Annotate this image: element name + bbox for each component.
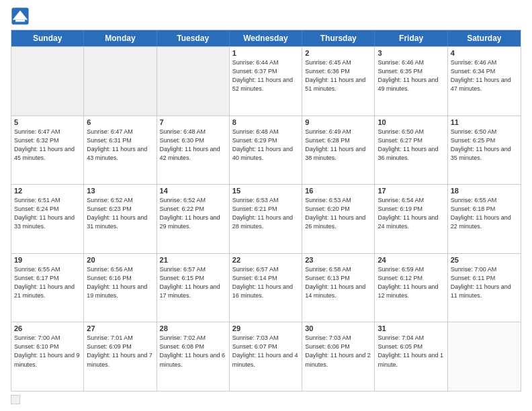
day-info: Sunrise: 6:57 AMSunset: 6:14 PMDaylight:… xyxy=(232,265,299,300)
cal-cell-day-21: 21Sunrise: 6:57 AMSunset: 6:15 PMDayligh… xyxy=(157,254,230,322)
cal-cell-day-7: 7Sunrise: 6:48 AMSunset: 6:30 PMDaylight… xyxy=(157,116,230,185)
day-info: Sunrise: 6:50 AMSunset: 6:25 PMDaylight:… xyxy=(451,128,518,163)
day-number: 1 xyxy=(232,49,299,57)
cal-cell-day-11: 11Sunrise: 6:50 AMSunset: 6:25 PMDayligh… xyxy=(448,116,521,185)
cal-week-4: 19Sunrise: 6:55 AMSunset: 6:17 PMDayligh… xyxy=(11,253,521,322)
day-number: 3 xyxy=(378,49,444,57)
cal-header-cell-thursday: Thursday xyxy=(302,30,375,46)
day-info: Sunrise: 6:52 AMSunset: 6:23 PMDaylight:… xyxy=(87,196,153,231)
day-info: Sunrise: 6:55 AMSunset: 6:17 PMDaylight:… xyxy=(14,265,81,300)
day-info: Sunrise: 6:45 AMSunset: 6:36 PMDaylight:… xyxy=(305,58,371,93)
day-number: 8 xyxy=(232,118,299,126)
day-number: 26 xyxy=(14,324,81,332)
cal-cell-day-4: 4Sunrise: 6:46 AMSunset: 6:34 PMDaylight… xyxy=(448,47,521,116)
day-number: 11 xyxy=(451,118,518,126)
day-number: 2 xyxy=(305,49,371,57)
cal-cell-empty xyxy=(84,47,157,116)
day-number: 6 xyxy=(87,118,153,126)
logo-icon xyxy=(11,7,30,26)
cal-cell-day-27: 27Sunrise: 7:01 AMSunset: 6:09 PMDayligh… xyxy=(84,322,157,391)
page: SundayMondayTuesdayWednesdayThursdayFrid… xyxy=(0,0,532,411)
day-number: 25 xyxy=(451,256,518,264)
day-info: Sunrise: 6:47 AMSunset: 6:31 PMDaylight:… xyxy=(87,128,153,163)
cal-cell-day-16: 16Sunrise: 6:53 AMSunset: 6:20 PMDayligh… xyxy=(302,185,375,253)
day-info: Sunrise: 7:00 AMSunset: 6:11 PMDaylight:… xyxy=(451,265,518,300)
day-info: Sunrise: 6:53 AMSunset: 6:20 PMDaylight:… xyxy=(305,196,371,231)
cal-cell-day-13: 13Sunrise: 6:52 AMSunset: 6:23 PMDayligh… xyxy=(84,185,157,253)
cal-cell-day-24: 24Sunrise: 6:59 AMSunset: 6:12 PMDayligh… xyxy=(375,254,447,322)
calendar: SundayMondayTuesdayWednesdayThursdayFrid… xyxy=(11,30,521,392)
day-info: Sunrise: 6:48 AMSunset: 6:29 PMDaylight:… xyxy=(232,128,299,163)
cal-cell-day-2: 2Sunrise: 6:45 AMSunset: 6:36 PMDaylight… xyxy=(302,47,375,116)
day-number: 24 xyxy=(378,256,444,264)
day-info: Sunrise: 6:50 AMSunset: 6:27 PMDaylight:… xyxy=(378,128,444,163)
day-info: Sunrise: 6:47 AMSunset: 6:32 PMDaylight:… xyxy=(14,128,81,163)
cal-cell-day-8: 8Sunrise: 6:48 AMSunset: 6:29 PMDaylight… xyxy=(230,116,302,185)
cal-cell-day-15: 15Sunrise: 6:53 AMSunset: 6:21 PMDayligh… xyxy=(230,185,302,253)
cal-cell-day-5: 5Sunrise: 6:47 AMSunset: 6:32 PMDaylight… xyxy=(11,116,84,185)
day-info: Sunrise: 6:48 AMSunset: 6:30 PMDaylight:… xyxy=(160,128,226,163)
day-number: 19 xyxy=(14,256,81,264)
cal-header-cell-sunday: Sunday xyxy=(11,30,84,46)
cal-cell-day-29: 29Sunrise: 7:03 AMSunset: 6:07 PMDayligh… xyxy=(230,322,302,391)
cal-cell-day-1: 1Sunrise: 6:44 AMSunset: 6:37 PMDaylight… xyxy=(230,47,302,116)
day-number: 20 xyxy=(87,256,153,264)
day-info: Sunrise: 7:03 AMSunset: 6:07 PMDaylight:… xyxy=(232,334,299,369)
cal-cell-day-14: 14Sunrise: 6:52 AMSunset: 6:22 PMDayligh… xyxy=(157,185,230,253)
day-info: Sunrise: 6:59 AMSunset: 6:12 PMDaylight:… xyxy=(378,265,444,300)
cal-header-cell-wednesday: Wednesday xyxy=(230,30,302,46)
calendar-header-row: SundayMondayTuesdayWednesdayThursdayFrid… xyxy=(11,30,521,46)
cal-cell-day-30: 30Sunrise: 7:03 AMSunset: 6:06 PMDayligh… xyxy=(302,322,375,391)
day-number: 29 xyxy=(232,324,299,332)
cal-cell-empty xyxy=(11,47,84,116)
cal-cell-day-17: 17Sunrise: 6:54 AMSunset: 6:19 PMDayligh… xyxy=(375,185,447,253)
day-info: Sunrise: 6:54 AMSunset: 6:19 PMDaylight:… xyxy=(378,196,444,231)
day-number: 13 xyxy=(87,187,153,195)
cal-cell-day-9: 9Sunrise: 6:49 AMSunset: 6:28 PMDaylight… xyxy=(302,116,375,185)
cal-header-cell-saturday: Saturday xyxy=(448,30,521,46)
day-info: Sunrise: 6:51 AMSunset: 6:24 PMDaylight:… xyxy=(14,196,81,231)
day-number: 12 xyxy=(14,187,81,195)
day-info: Sunrise: 6:56 AMSunset: 6:16 PMDaylight:… xyxy=(87,265,153,300)
day-info: Sunrise: 6:46 AMSunset: 6:35 PMDaylight:… xyxy=(378,58,444,93)
day-number: 28 xyxy=(160,324,226,332)
cal-cell-day-6: 6Sunrise: 6:47 AMSunset: 6:31 PMDaylight… xyxy=(84,116,157,185)
day-info: Sunrise: 6:58 AMSunset: 6:13 PMDaylight:… xyxy=(305,265,371,300)
day-number: 15 xyxy=(232,187,299,195)
cal-week-2: 5Sunrise: 6:47 AMSunset: 6:32 PMDaylight… xyxy=(11,116,521,185)
cal-header-cell-monday: Monday xyxy=(84,30,157,46)
day-number: 18 xyxy=(451,187,518,195)
day-info: Sunrise: 6:46 AMSunset: 6:34 PMDaylight:… xyxy=(451,58,518,93)
day-number: 27 xyxy=(87,324,153,332)
day-info: Sunrise: 7:01 AMSunset: 6:09 PMDaylight:… xyxy=(87,334,153,369)
day-number: 23 xyxy=(305,256,371,264)
cal-cell-day-31: 31Sunrise: 7:04 AMSunset: 6:05 PMDayligh… xyxy=(375,322,447,391)
day-number: 5 xyxy=(14,118,81,126)
day-number: 16 xyxy=(305,187,371,195)
cal-cell-day-20: 20Sunrise: 6:56 AMSunset: 6:16 PMDayligh… xyxy=(84,254,157,322)
cal-cell-day-28: 28Sunrise: 7:02 AMSunset: 6:08 PMDayligh… xyxy=(157,322,230,391)
cal-header-cell-friday: Friday xyxy=(375,30,447,46)
cal-cell-day-10: 10Sunrise: 6:50 AMSunset: 6:27 PMDayligh… xyxy=(375,116,447,185)
svg-rect-2 xyxy=(15,20,25,22)
cal-cell-empty xyxy=(448,322,521,391)
footer-shading-box xyxy=(11,395,20,404)
day-info: Sunrise: 6:57 AMSunset: 6:15 PMDaylight:… xyxy=(160,265,226,300)
cal-cell-day-25: 25Sunrise: 7:00 AMSunset: 6:11 PMDayligh… xyxy=(448,254,521,322)
day-number: 31 xyxy=(378,324,444,332)
logo xyxy=(11,7,31,26)
cal-cell-day-22: 22Sunrise: 6:57 AMSunset: 6:14 PMDayligh… xyxy=(230,254,302,322)
day-info: Sunrise: 6:52 AMSunset: 6:22 PMDaylight:… xyxy=(160,196,226,231)
cal-cell-day-18: 18Sunrise: 6:55 AMSunset: 6:18 PMDayligh… xyxy=(448,185,521,253)
footer xyxy=(11,395,521,404)
day-number: 14 xyxy=(160,187,226,195)
day-number: 7 xyxy=(160,118,226,126)
day-info: Sunrise: 7:00 AMSunset: 6:10 PMDaylight:… xyxy=(14,334,81,369)
cal-week-3: 12Sunrise: 6:51 AMSunset: 6:24 PMDayligh… xyxy=(11,184,521,253)
day-number: 30 xyxy=(305,324,371,332)
cal-header-cell-tuesday: Tuesday xyxy=(157,30,230,46)
day-number: 21 xyxy=(160,256,226,264)
day-info: Sunrise: 6:49 AMSunset: 6:28 PMDaylight:… xyxy=(305,128,371,163)
cal-week-5: 26Sunrise: 7:00 AMSunset: 6:10 PMDayligh… xyxy=(11,322,521,391)
day-number: 10 xyxy=(378,118,444,126)
